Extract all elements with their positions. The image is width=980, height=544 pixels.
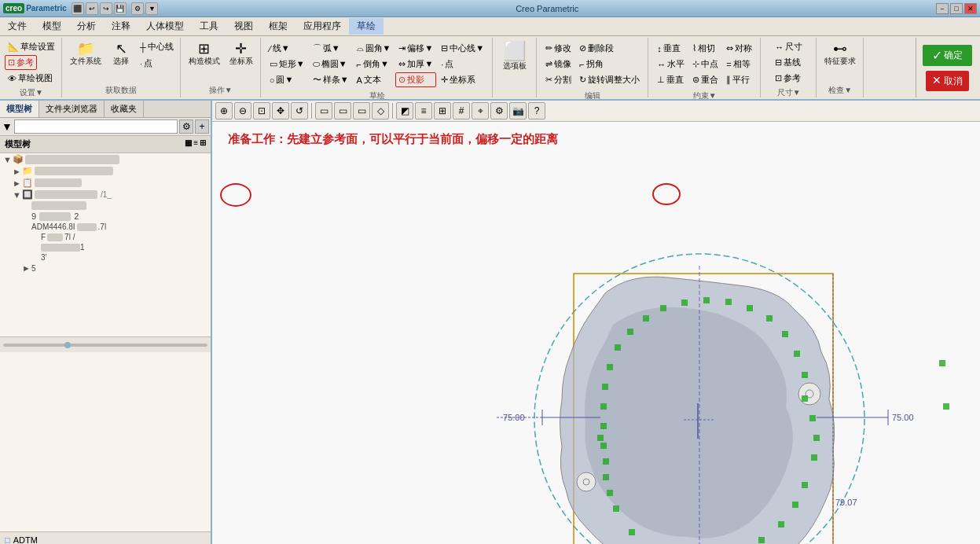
ellipse-btn[interactable]: ⬭ 椭圆▼ [310,57,352,72]
reference-btn[interactable]: ⊡ 参考 [5,55,37,70]
rotate-resize-btn[interactable]: ↻ 旋转调整大小 [576,72,643,87]
minimize-button[interactable]: − [936,3,949,14]
tree-list-btn[interactable]: ≡ [193,138,198,147]
timeline-bar[interactable] [3,344,207,347]
panel-tab-file-browser[interactable]: 文件夹浏览器 [39,101,105,117]
settings2-btn[interactable]: ⚙ [490,102,508,119]
view-manager-btn[interactable]: ⊞ [434,102,451,119]
tree-item[interactable]: 3' [0,252,211,263]
project-btn[interactable]: ⊙ 投影 [395,72,436,87]
spline-btn[interactable]: 〜 样条▼ [310,72,352,87]
select-panel-btn[interactable]: ⬜ 选项板 [499,39,530,74]
timeline-handle[interactable] [64,342,71,348]
view-right-btn[interactable]: ▭ [353,102,370,119]
menu-apps[interactable]: 应用程序 [295,18,349,35]
model-tree-search[interactable] [14,119,178,134]
baseline-btn[interactable]: ⊟ 基线 [772,55,804,70]
file-system-btn[interactable]: 📁 文件系统 [66,39,105,69]
menu-model[interactable]: 模型 [35,18,69,35]
parallel-btn[interactable]: ∥ 平行 [723,72,755,87]
zoom-out-btn[interactable]: ⊖ [234,102,251,119]
title-bar-buttons[interactable]: ⬛ ↩ ↪ 💾 | ⚙ ▼ [72,2,159,15]
panel-tab-favorites[interactable]: 收藏夹 [105,101,144,117]
reference-dim-btn[interactable]: ⊡ 参考 [772,71,804,86]
tree-item[interactable]: ► 5 [0,263,211,274]
view-top-btn[interactable]: ▭ [334,102,351,119]
dim-size-btn[interactable]: ↔ 尺寸 [772,39,806,54]
inspect-btn[interactable]: ⊷ 特征要求 [820,39,860,69]
pan-btn[interactable]: ✥ [272,102,289,119]
menu-sketch[interactable]: 草绘 [349,18,384,35]
settings-btn[interactable]: ⚙ [131,2,144,15]
snap-btn[interactable]: ⌖ [472,102,489,119]
tree-item[interactable]: 9 2 [0,211,211,222]
menu-framework[interactable]: 框架 [261,18,295,35]
close-button[interactable]: ✕ [964,3,977,14]
menu-view[interactable]: 视图 [226,18,261,35]
tree-item[interactable]: ADM4446.8I .7l [0,222,211,232]
horizontal-constraint-btn[interactable]: ↔ 水平 [654,57,688,72]
cancel-button[interactable]: ✕ 取消 [926,71,969,91]
sketch-view-btn[interactable]: 👁 草绘视图 [5,71,56,86]
confirm-button[interactable]: ✓ 确定 [923,45,972,66]
tangent-btn[interactable]: ⌇ 相切 [689,41,721,56]
text-btn[interactable]: A 文本 [354,72,395,87]
center-line-btn[interactable]: ⊟ 中心线▼ [438,41,487,56]
tree-item[interactable]: 1 [0,242,211,252]
corner-btn[interactable]: ⌐ 拐角 [576,57,643,72]
menu-annotation[interactable]: 注释 [104,18,138,35]
help-btn[interactable]: ? [528,102,545,119]
rect-btn[interactable]: ▭ 矩形▼ [266,57,308,72]
circle-btn[interactable]: ⌓ 圆角▼ [354,41,395,56]
tree-add-btn[interactable]: + [195,119,209,134]
grid-btn[interactable]: # [453,102,470,119]
menu-tools[interactable]: 工具 [192,18,226,35]
view-iso-btn[interactable]: ◇ [372,102,389,119]
screenshot-btn[interactable]: 📷 [509,102,527,119]
tree-item[interactable]: ▼ 🔲 /1_ [0,189,211,200]
perpendicular-btn[interactable]: ⊥ 垂直 [654,72,688,87]
menu-human-model[interactable]: 人体模型 [138,18,192,35]
tree-item[interactable]: F 7l / [0,232,211,242]
modify-btn[interactable]: ✏ 修改 [542,41,574,56]
menu-analysis[interactable]: 分析 [69,18,104,35]
rotate-btn[interactable]: ↺ [291,102,308,119]
select-btn[interactable]: ↖ 选择 [108,39,134,69]
display-style-btn[interactable]: ◩ [396,102,413,119]
symmetric-btn[interactable]: ⇔ 对称 [723,41,755,56]
offset-btn[interactable]: ⇥ 偏移▼ [395,41,436,56]
tree-item[interactable] [0,200,211,211]
redo-btn[interactable]: ↪ [100,2,112,15]
maximize-button[interactable]: □ [950,3,963,14]
line-btn[interactable]: ∕ 线▼ [266,41,308,56]
zoom-in-btn[interactable]: ⊕ [215,102,233,119]
center-line-sm-btn[interactable]: ┼ 中心线 [137,39,177,54]
quick-access-btn[interactable]: ⬛ [72,2,84,15]
adtm-item[interactable]: □ ADTM [2,535,208,544]
split-btn[interactable]: ✂ 分割 [542,72,574,87]
circle2-btn[interactable]: ○ 圆▼ [266,72,308,87]
coincident-btn[interactable]: ⊜ 重合 [689,72,721,87]
menu-file[interactable]: 文件 [0,18,35,35]
panel-tab-model-tree[interactable]: 模型树 [0,101,39,117]
mirror-btn[interactable]: ⇌ 镜像 [542,57,574,72]
delete-segment-btn[interactable]: ⊘ 删除段 [576,41,643,56]
save-btn[interactable]: 💾 [114,2,127,15]
point2-btn[interactable]: · 点 [438,57,487,72]
window-controls[interactable]: − □ ✕ [936,3,977,14]
structure-btn[interactable]: ⊞ 构造模式 [185,39,224,69]
arc-btn[interactable]: ⌒ 弧▼ [310,41,352,56]
layer-btn[interactable]: ≡ [415,102,432,119]
undo-btn[interactable]: ↩ [86,2,98,15]
chamfer-btn[interactable]: ⌐ 倒角▼ [354,57,395,72]
equal-btn[interactable]: = 相等 [723,57,755,72]
sketch-settings-btn[interactable]: 📐 草绘设置 [5,39,58,54]
view-front-btn[interactable]: ▭ [315,102,332,119]
tree-item[interactable]: ► 📋 [0,177,211,189]
tree-item[interactable]: ► 📁 [0,165,211,177]
more-btn[interactable]: ▼ [145,2,158,15]
tree-view-btn[interactable]: ▦ [185,138,192,147]
coord-sys2-btn[interactable]: ✛ 坐标系 [438,72,487,87]
tree-options-btn[interactable]: ⚙ [179,119,193,134]
thicken-btn[interactable]: ⇔ 加厚▼ [395,57,436,72]
